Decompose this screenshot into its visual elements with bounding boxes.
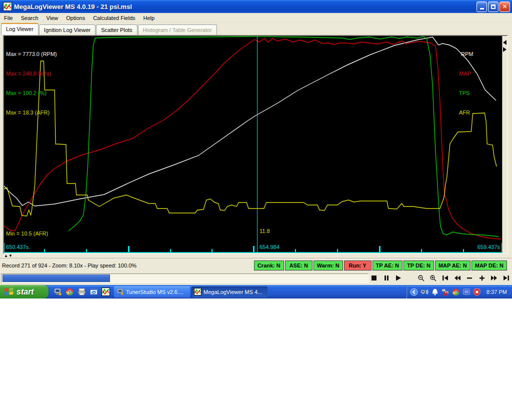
plot-area[interactable]: Max = 7773.0 (RPM) Max = 248.8 (kPa) Max…: [4, 36, 502, 243]
task-button-label: TunerStudio MS v2.6....: [126, 289, 184, 295]
max-label-afr: Max = 18.3 (AFR): [6, 110, 57, 116]
timeline[interactable]: 650.437s. 654.984 659.437s: [4, 243, 502, 253]
status-badge-run: Run: Y: [344, 260, 372, 270]
status-badge-map-ae: MAP AE: N: [435, 260, 470, 270]
taskbar-clock: 8:37 PM: [486, 289, 507, 295]
chrome-icon[interactable]: [66, 288, 74, 296]
audio-device-icon[interactable]: [420, 288, 428, 296]
position-scrollbar[interactable]: [1, 274, 368, 283]
max-label-tps: Max = 100.2 (%): [6, 90, 57, 96]
trace-map: [4, 38, 501, 239]
timeline-tick: [379, 246, 380, 252]
security-alert-icon[interactable]: [473, 288, 481, 296]
trace-rpm: [4, 37, 496, 206]
tab-bar: Log Viewer Ignition Log Viewer Scatter P…: [0, 23, 512, 35]
close-icon: ✕: [502, 3, 507, 10]
status-bar: Record 271 of 924 - Zoom: 8.10x - Play s…: [0, 258, 512, 272]
trace-afr: [4, 61, 496, 216]
status-badges: Crank: NASE: NWarm: NRun: YTP AE: NTP DE…: [254, 260, 507, 270]
chart-box: Max = 7773.0 (RPM) Max = 248.8 (kPa) Max…: [3, 35, 508, 254]
position-scrollbar-thumb[interactable]: [2, 274, 110, 282]
task-button-megalogviewer[interactable]: MegaLogViewer MS 4...: [192, 286, 268, 298]
timeline-tick: [253, 246, 254, 252]
zoom-in-button[interactable]: [428, 272, 440, 284]
menu-bar: File Search View Options Calculated Fiel…: [0, 13, 512, 23]
tab-scatter-plots[interactable]: Scatter Plots: [96, 24, 137, 35]
maximize-button[interactable]: [488, 2, 498, 12]
quick-launch: [48, 288, 114, 296]
collapse-left-icon[interactable]: [503, 40, 506, 45]
minimize-button[interactable]: [476, 2, 487, 12]
play-button[interactable]: [392, 272, 404, 284]
status-badge-ase: ASE: N: [285, 260, 312, 270]
timeline-cursor-label: 654.984: [260, 244, 280, 250]
start-label: start: [16, 288, 34, 296]
menu-item-search[interactable]: Search: [17, 14, 42, 22]
legend-afr: AFR: [459, 110, 473, 116]
app-window: MegaLogViewer MS 4.0.19 - 21 psi.msl ✕ F…: [0, 0, 512, 285]
ie-icon[interactable]: [90, 288, 98, 296]
range-arrows[interactable]: ▲▼: [4, 254, 13, 258]
timeline-tick: [128, 246, 130, 252]
minus-button[interactable]: [464, 272, 476, 284]
minimize-icon: [480, 8, 484, 10]
timeline-tick: [337, 249, 338, 252]
display-icon[interactable]: [462, 288, 470, 296]
stop-icon: [370, 275, 378, 281]
plus-button[interactable]: [476, 272, 488, 284]
legend-map: MAP: [459, 70, 473, 77]
step-back-icon: [454, 275, 462, 281]
system-tray: 8:37 PM: [406, 285, 512, 298]
menu-item-calculated-fields[interactable]: Calculated Fields: [89, 14, 139, 22]
zoom-out-button[interactable]: [416, 272, 428, 284]
task-buttons: TunerStudio MS v2.6.... MegaLogViewer MS…: [114, 286, 268, 298]
legend-rpm: RPM: [459, 51, 473, 58]
bell-icon[interactable]: [431, 288, 439, 296]
timeline-tick: [295, 249, 296, 252]
printer-icon[interactable]: [78, 288, 86, 296]
max-labels: Max = 7773.0 (RPM) Max = 248.8 (kPa) Max…: [6, 38, 57, 129]
taskbar: start TunerStudio MS v2.6.... MegaLogVie…: [0, 285, 512, 298]
step-back-button[interactable]: [452, 272, 464, 284]
timeline-tick: [44, 249, 45, 252]
skip-first-icon: [442, 275, 450, 281]
chrome-icon[interactable]: [452, 288, 460, 296]
status-badge-map-de: MAP DE: N: [472, 260, 507, 270]
status-badge-tp-ae: TP AE: N: [372, 260, 402, 270]
tab-ignition-log-viewer[interactable]: Ignition Log Viewer: [39, 24, 96, 35]
side-scrollbar[interactable]: [502, 36, 507, 253]
close-button[interactable]: ✕: [500, 2, 510, 12]
legend: RPM MAP TPS AFR: [459, 38, 473, 129]
task-button-tunerstudio[interactable]: TunerStudio MS v2.6....: [114, 286, 190, 298]
timeline-tick: [212, 249, 212, 252]
collapse-chevron-icon[interactable]: [410, 288, 418, 296]
megalogviewer-icon: [3, 2, 12, 11]
cursor-value-afr: 11.8: [260, 228, 276, 234]
playback-cursor[interactable]: [257, 36, 258, 253]
pause-icon: [382, 275, 390, 281]
collapse-right-icon[interactable]: [503, 47, 506, 52]
stop-button[interactable]: [368, 272, 380, 284]
menu-item-file[interactable]: File: [0, 14, 17, 22]
pause-button[interactable]: [380, 272, 392, 284]
legend-tps: TPS: [459, 90, 473, 96]
tunerstudio-icon[interactable]: [54, 288, 62, 296]
skip-first-button[interactable]: [440, 272, 452, 284]
title-bar[interactable]: MegaLogViewer MS 4.0.19 - 21 psi.msl ✕: [0, 0, 512, 13]
step-forward-button[interactable]: [488, 272, 500, 284]
start-button[interactable]: start: [0, 285, 48, 298]
megalogviewer-icon[interactable]: [102, 288, 110, 296]
tab-log-viewer[interactable]: Log Viewer: [1, 23, 38, 35]
menu-item-options[interactable]: Options: [62, 14, 89, 22]
sort-up-icon: ▲: [4, 254, 8, 258]
skip-last-button[interactable]: [500, 272, 512, 284]
window-title: MegaLogViewer MS 4.0.19 - 21 psi.msl: [14, 3, 476, 10]
menu-item-view[interactable]: View: [42, 14, 62, 22]
max-label-map: Max = 248.8 (kPa): [6, 70, 57, 77]
menu-item-help[interactable]: Help: [140, 14, 159, 22]
plus-icon: [478, 275, 486, 281]
timeline-tick: [421, 249, 422, 252]
timeline-tick: [463, 249, 464, 252]
network-error-icon[interactable]: [442, 288, 450, 296]
status-badge-tp-de: TP DE: N: [404, 260, 434, 270]
